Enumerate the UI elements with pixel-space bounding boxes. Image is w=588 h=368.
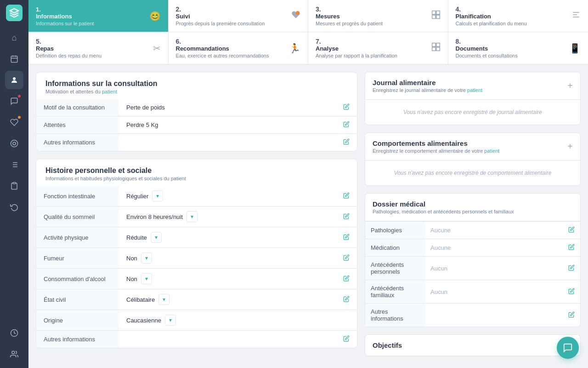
civil-edit-button[interactable] (336, 289, 357, 310)
tab-suivi[interactable]: 2. Suivi Progrès depuis la première cons… (169, 0, 309, 32)
table-row: Pathologies Aucune (365, 222, 580, 239)
antecedents-perso-value: Aucun (425, 257, 563, 280)
food-icon[interactable] (5, 134, 23, 153)
comportements-card: Comportements alimentaires Enregistrez l… (365, 132, 581, 186)
pathologies-label: Pathologies (365, 222, 425, 239)
sommeil-label: Qualité du sommeil (36, 207, 119, 227)
table-row: Motif de la consultation Perte de poids (36, 99, 357, 116)
table-row: Médication Aucune (365, 239, 580, 257)
autres-value (119, 134, 336, 151)
motif-edit-button[interactable] (336, 99, 357, 116)
pathologies-edit-button[interactable] (563, 222, 580, 239)
fonction-label: Fonction intestinale (36, 186, 119, 207)
antecedents-perso-edit-button[interactable] (563, 257, 580, 280)
alcool-label: Consommation d'alcool (36, 269, 119, 289)
comportements-title: Comportements alimentaires (373, 139, 499, 147)
consultation-subtitle: Motivation et attentes du patient (45, 89, 348, 94)
home-icon[interactable]: ⌂ (5, 29, 23, 47)
pathologies-value: Aucune (425, 222, 563, 239)
tab-planification[interactable]: 4. Planification Calculs et planificatio… (448, 0, 588, 32)
table-row: Fumeur Non ▾ (36, 248, 357, 269)
antecedents-fam-label: Antécédents familiaux (365, 280, 425, 304)
activite-edit-button[interactable] (336, 227, 357, 248)
messages-icon[interactable] (5, 92, 23, 110)
activite-value: Réduite ▾ (119, 227, 336, 248)
content-area: Informations sur la consultation Motivat… (28, 64, 588, 368)
sidebar-logo[interactable] (6, 5, 23, 21)
chat-button[interactable] (557, 337, 579, 359)
svg-rect-17 (436, 11, 440, 15)
fonction-value: Régulier ▾ (119, 186, 336, 207)
autres-hist-value (119, 331, 336, 348)
journal-add-button[interactable]: + (567, 80, 573, 91)
comportements-add-button[interactable]: + (567, 141, 573, 152)
medication-value: Aucune (425, 239, 563, 257)
tab-documents-icon: 📱 (569, 43, 581, 54)
tab-repas[interactable]: 5. Repas Définition des repas du menu ✂ (28, 32, 169, 64)
table-row: Autres informations (365, 304, 580, 327)
objectifs-title: Objectifs (373, 341, 402, 349)
fumeur-value: Non ▾ (119, 248, 336, 269)
table-row: Attentes Perdre 5 Kg (36, 116, 357, 134)
autres-hist-edit-button[interactable] (336, 331, 357, 348)
journal-card: Journal alimentaire Enregistrez le journ… (365, 72, 581, 125)
medication-edit-button[interactable] (563, 239, 580, 257)
activite-dropdown[interactable]: ▾ (151, 232, 162, 243)
alcool-dropdown[interactable]: ▾ (141, 273, 152, 284)
medication-label: Médication (365, 239, 425, 257)
tab-repas-icon: ✂ (153, 43, 161, 54)
tab-informations[interactable]: 1. Informations Informations sur le pati… (28, 0, 169, 32)
svg-point-4 (13, 77, 16, 80)
histoire-subtitle: Informations et habitudes physiologiques… (45, 176, 348, 181)
attentes-edit-button[interactable] (336, 116, 357, 134)
tab-analyse[interactable]: 7. Analyse Analyse par rapport à la plan… (308, 32, 448, 64)
motif-label: Motif de la consultation (36, 99, 119, 116)
tab-documents[interactable]: 8. Documents Documents et consultations … (448, 32, 588, 64)
fumeur-dropdown[interactable]: ▾ (141, 253, 152, 264)
list-icon[interactable] (5, 155, 23, 174)
consultation-card: Informations sur la consultation Motivat… (36, 72, 357, 151)
fumeur-edit-button[interactable] (336, 248, 357, 269)
tab-analyse-icon (431, 42, 441, 54)
autres-edit-button[interactable] (336, 134, 357, 151)
autres-dossier-edit-button[interactable] (563, 304, 580, 327)
antecedents-fam-edit-button[interactable] (563, 280, 580, 304)
journal-title: Journal alimentaire (373, 79, 482, 86)
clipboard-icon[interactable] (5, 177, 23, 195)
tab-informations-icon: 😊 (149, 11, 161, 22)
sommeil-edit-button[interactable] (336, 207, 357, 227)
sommeil-dropdown[interactable]: ▾ (187, 211, 198, 222)
tab-planification-icon (571, 10, 581, 22)
objectifs-card: Objectifs (365, 334, 581, 356)
dossier-card: Dossier médical Pathologies, médication … (365, 193, 581, 327)
tab-recommandations-icon: 🏃 (289, 43, 300, 54)
clock-icon[interactable] (5, 324, 23, 342)
attentes-label: Attentes (36, 116, 119, 134)
sidebar: ⌂ (0, 0, 28, 368)
svg-point-5 (11, 140, 18, 147)
svg-rect-16 (432, 11, 435, 15)
heart-icon[interactable] (5, 113, 23, 132)
calendar-icon[interactable] (5, 50, 23, 68)
table-row: Origine Caucasienne ▾ (36, 310, 357, 331)
tab-suivi-icon (291, 10, 300, 22)
nav-row-1: 1. Informations Informations sur le pati… (28, 0, 588, 32)
svg-rect-25 (432, 47, 435, 51)
origine-dropdown[interactable]: ▾ (165, 315, 176, 326)
fonction-dropdown[interactable]: ▾ (152, 190, 163, 201)
history-icon[interactable] (5, 198, 23, 216)
alcool-edit-button[interactable] (336, 269, 357, 289)
motif-value: Perte de poids (119, 99, 336, 116)
table-row: Fonction intestinale Régulier ▾ (36, 186, 357, 207)
tab-mesures[interactable]: 3. Mesures Mesures et progrès du patient (308, 0, 448, 32)
main-content: 1. Informations Informations sur le pati… (28, 0, 588, 368)
svg-rect-13 (13, 183, 16, 184)
patients-icon[interactable] (5, 71, 23, 89)
civil-dropdown[interactable]: ▾ (158, 294, 170, 305)
svg-rect-0 (11, 56, 17, 63)
team-icon[interactable] (5, 345, 23, 363)
table-row: Activité physique Réduite ▾ (36, 227, 357, 248)
table-row: Autres informations (36, 134, 357, 151)
tab-recommandations[interactable]: 6. Recommandations Eau, exercice et autr… (169, 32, 309, 64)
fonction-edit-button[interactable] (336, 186, 357, 207)
